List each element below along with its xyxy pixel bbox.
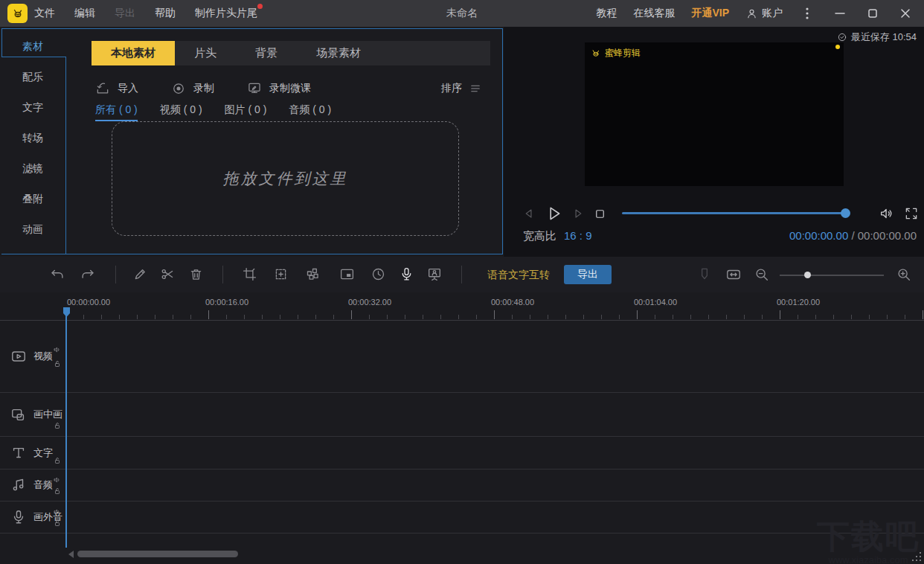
- redo-button[interactable]: [80, 266, 96, 283]
- bee-watermark-icon: [591, 48, 602, 59]
- track-pip[interactable]: 画中画: [0, 393, 924, 437]
- dropzone[interactable]: 拖放文件到这里: [112, 121, 459, 236]
- minimize-button[interactable]: [832, 5, 848, 22]
- site-watermark-title: 下载吧: [817, 515, 920, 559]
- zoom-in-button[interactable]: [896, 266, 912, 283]
- sort-list-icon: [469, 82, 482, 95]
- resize-grip[interactable]: [911, 551, 922, 562]
- lock-icon[interactable]: [53, 519, 62, 528]
- zoom-frame-button[interactable]: [273, 266, 289, 283]
- scroll-left-arrow[interactable]: [68, 551, 74, 558]
- sidebar-item-filter[interactable]: 滤镜: [0, 158, 65, 179]
- zoom-out-button[interactable]: [754, 266, 770, 283]
- timeline-ruler[interactable]: [65, 296, 924, 319]
- menu-help[interactable]: 帮助: [155, 7, 176, 20]
- split-button[interactable]: [160, 266, 176, 283]
- sidebar-item-overlay[interactable]: 叠附: [0, 188, 65, 209]
- lock-icon[interactable]: [53, 487, 62, 496]
- mute-icon[interactable]: [53, 507, 62, 516]
- prev-frame-button[interactable]: [522, 206, 536, 221]
- mosaic-button[interactable]: [305, 266, 321, 283]
- timeline-zoom-slider[interactable]: [780, 275, 884, 276]
- mute-icon[interactable]: [53, 475, 62, 484]
- fullscreen-icon: [904, 206, 919, 221]
- undo-button[interactable]: [49, 266, 65, 283]
- duration-button[interactable]: [370, 266, 387, 283]
- record-lesson-button[interactable]: 录制微课: [247, 81, 311, 96]
- volume-button[interactable]: [879, 205, 895, 222]
- pip-icon: [10, 406, 27, 423]
- tutorial-link[interactable]: 教程: [596, 7, 617, 20]
- sidebar-item-music[interactable]: 配乐: [0, 66, 65, 87]
- track-video[interactable]: 视频: [0, 321, 924, 393]
- filter-all[interactable]: 所有 ( 0 ): [95, 103, 138, 121]
- seek-handle[interactable]: [841, 208, 850, 218]
- mic-tool-icon: [399, 266, 414, 282]
- voiceover-button[interactable]: [399, 266, 415, 283]
- fullscreen-button[interactable]: [904, 206, 919, 221]
- presenter-button[interactable]: [426, 266, 443, 283]
- kebab-icon: [806, 7, 809, 19]
- support-link[interactable]: 在线客服: [633, 7, 675, 20]
- marker-button[interactable]: [697, 266, 713, 283]
- menu-edit[interactable]: 编辑: [74, 7, 95, 20]
- media-filters: 所有 ( 0 ) 视频 ( 0 ) 图片 ( 0 ) 音频 ( 0 ): [95, 103, 331, 121]
- edit-toolbar: 语音文字互转 导出: [0, 257, 924, 292]
- track-text[interactable]: 文字: [0, 437, 924, 470]
- export-button[interactable]: 导出: [564, 265, 612, 284]
- stop-button[interactable]: [593, 207, 607, 221]
- track-voiceover[interactable]: 画外音: [0, 501, 924, 533]
- track-audio[interactable]: 音频: [0, 470, 924, 501]
- filter-audio[interactable]: 音频 ( 0 ): [289, 103, 331, 121]
- record-lesson-label: 录制微课: [269, 82, 311, 95]
- seek-bar[interactable]: [622, 212, 849, 214]
- sidebar-item-transition[interactable]: 转场: [0, 127, 65, 148]
- sidebar-item-animation[interactable]: 动画: [0, 219, 65, 240]
- dropzone-hint: 拖放文件到这里: [223, 168, 348, 189]
- crop-icon: [242, 266, 257, 282]
- speaker-icon: [879, 205, 895, 222]
- site-watermark-url: www.xiazaiba.com: [817, 554, 920, 564]
- menu-file[interactable]: 文件: [34, 7, 55, 20]
- tab-intro[interactable]: 片头: [175, 41, 236, 65]
- speech-text-button[interactable]: 语音文字互转: [487, 269, 550, 282]
- menu-intro-outro[interactable]: 制作片头片尾: [195, 7, 257, 20]
- sidebar-item-text[interactable]: 文字: [0, 97, 65, 118]
- account-button[interactable]: 账户: [745, 7, 783, 20]
- filter-image[interactable]: 图片 ( 0 ): [225, 103, 267, 121]
- tab-scene-material[interactable]: 场景素材: [297, 41, 380, 65]
- sort-button[interactable]: 排序: [441, 82, 482, 95]
- menu-intro-outro-label: 制作片头片尾: [195, 7, 257, 19]
- tab-local-media[interactable]: 本地素材: [92, 41, 175, 65]
- record-lesson-icon: [247, 81, 262, 96]
- last-saved-label: 最近保存 10:54: [851, 31, 917, 44]
- more-menu-button[interactable]: [799, 5, 815, 22]
- vip-link[interactable]: 开通VIP: [691, 7, 729, 20]
- delete-button[interactable]: [188, 266, 205, 283]
- tab-background[interactable]: 背景: [236, 41, 297, 65]
- lock-icon[interactable]: [53, 359, 62, 368]
- maximize-icon: [867, 8, 878, 19]
- import-icon: [95, 81, 110, 96]
- close-button[interactable]: [897, 5, 914, 22]
- record-button[interactable]: 录制: [171, 81, 214, 96]
- edit-button[interactable]: [132, 266, 149, 283]
- import-button[interactable]: 导入: [95, 81, 138, 96]
- next-frame-button[interactable]: [571, 206, 585, 221]
- aspect-ratio[interactable]: 宽高比16 : 9: [523, 229, 592, 243]
- play-button[interactable]: [544, 204, 563, 223]
- timecode-total: 00:00:00.00: [858, 229, 917, 242]
- maximize-button[interactable]: [864, 5, 881, 22]
- sidebar-item-material[interactable]: 素材: [0, 36, 65, 57]
- media-actions: 导入 录制 录制微课 排序: [95, 77, 482, 100]
- mute-icon[interactable]: [53, 345, 62, 354]
- fit-timeline-button[interactable]: [725, 266, 742, 283]
- horizontal-scrollbar[interactable]: [77, 551, 238, 557]
- lock-icon[interactable]: [53, 421, 62, 430]
- timeline-zoom-handle[interactable]: [804, 272, 811, 278]
- crop-button[interactable]: [242, 266, 258, 283]
- lock-icon[interactable]: [53, 456, 62, 465]
- pip-button[interactable]: [339, 266, 356, 283]
- scissors-icon: [160, 266, 176, 282]
- filter-video[interactable]: 视频 ( 0 ): [160, 103, 202, 121]
